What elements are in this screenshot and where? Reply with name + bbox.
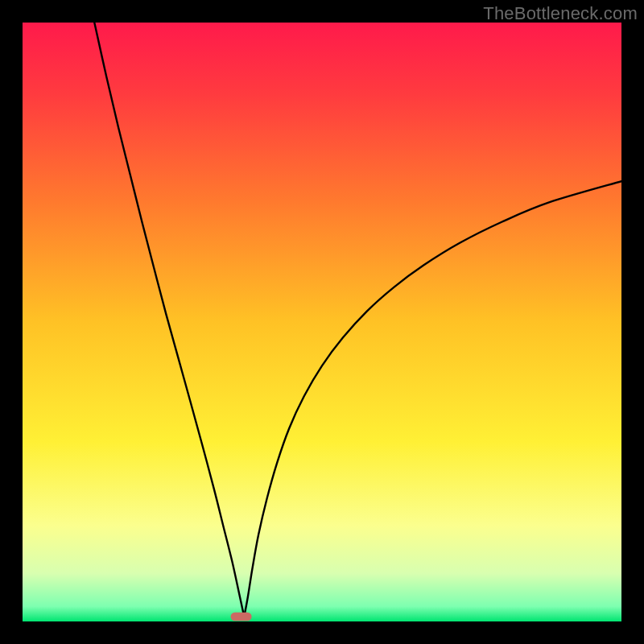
bottleneck-chart (23, 23, 621, 621)
watermark-label: TheBottleneck.com (483, 3, 638, 24)
plot-area (23, 23, 621, 621)
